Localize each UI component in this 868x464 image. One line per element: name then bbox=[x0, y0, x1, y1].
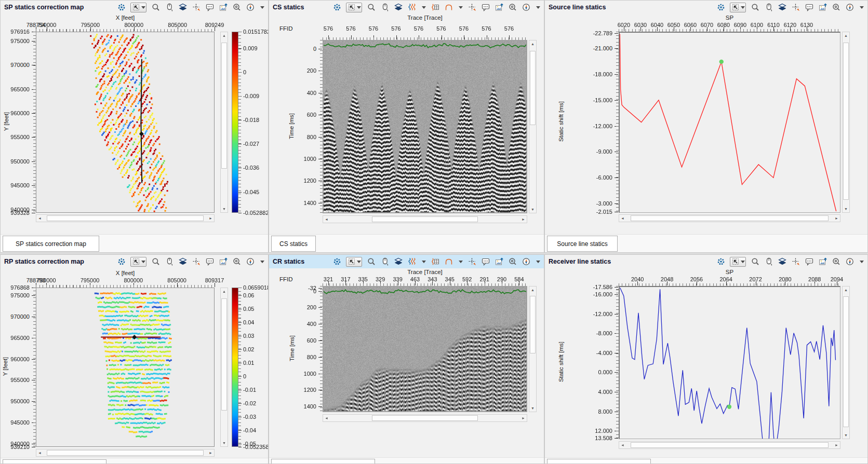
dropdown-caret-icon[interactable] bbox=[357, 261, 361, 263]
layers-icon[interactable] bbox=[778, 3, 786, 12]
export-image-icon[interactable] bbox=[818, 3, 827, 12]
rp_statics_correction_map-plot[interactable] bbox=[36, 288, 215, 447]
zoom-icon[interactable] bbox=[751, 3, 759, 12]
zoom-scale-icon[interactable] bbox=[832, 3, 840, 12]
annotation-icon[interactable] bbox=[481, 3, 490, 12]
tab-cr-statics[interactable] bbox=[271, 459, 375, 464]
zoom-scale-icon[interactable] bbox=[508, 257, 517, 266]
scrollbar-arrow-icon[interactable]: ► bbox=[207, 215, 214, 222]
selection-mode-button[interactable] bbox=[130, 257, 146, 267]
zoom-icon[interactable] bbox=[151, 3, 160, 12]
settings-icon[interactable] bbox=[117, 257, 126, 266]
dropdown-caret-icon[interactable] bbox=[536, 261, 540, 263]
scrollbar-arrow-icon[interactable]: ► bbox=[520, 216, 527, 223]
scrollbar-arrow-icon[interactable]: ▼ bbox=[843, 206, 849, 212]
dropdown-caret-icon[interactable] bbox=[260, 261, 264, 263]
scrollbar-arrow-icon[interactable]: ▼ bbox=[529, 405, 536, 412]
gain-curve-icon[interactable] bbox=[444, 257, 453, 266]
dropdown-caret-icon[interactable] bbox=[422, 261, 426, 263]
compass-icon[interactable] bbox=[246, 3, 255, 12]
dropdown-caret-icon[interactable] bbox=[741, 261, 745, 263]
layers-icon[interactable] bbox=[394, 257, 403, 266]
zoom-scale-icon[interactable] bbox=[832, 257, 840, 266]
probe-crosshair-icon[interactable] bbox=[468, 257, 476, 266]
scrollbar-arrow-icon[interactable]: ▼ bbox=[221, 440, 228, 446]
dropdown-caret-icon[interactable] bbox=[459, 6, 463, 9]
zoom-scale-icon[interactable] bbox=[232, 3, 241, 12]
scrollbar-horizontal[interactable]: ◄► bbox=[36, 214, 215, 222]
zoom-scale-icon[interactable] bbox=[508, 3, 517, 12]
layers-icon[interactable] bbox=[178, 257, 187, 266]
annotation-icon[interactable] bbox=[805, 257, 813, 266]
receiver_line_statics-plot[interactable] bbox=[619, 286, 840, 439]
dropdown-caret-icon[interactable] bbox=[860, 6, 864, 9]
selection-mode-icon[interactable] bbox=[731, 257, 740, 266]
layers-icon[interactable] bbox=[178, 3, 187, 12]
selection-mode-button[interactable] bbox=[346, 257, 362, 267]
export-image-icon[interactable] bbox=[219, 3, 228, 12]
scrollbar-arrow-icon[interactable]: ▼ bbox=[221, 206, 228, 212]
scrollbar-arrow-icon[interactable]: ► bbox=[833, 215, 840, 222]
probe-crosshair-icon[interactable] bbox=[791, 257, 800, 266]
tab-sp-statics-correction-map[interactable]: SP statics correction map bbox=[3, 236, 99, 252]
selection-mode-icon[interactable] bbox=[347, 3, 356, 12]
pan-tool-icon[interactable] bbox=[380, 3, 389, 12]
scrollbar-vertical[interactable]: ▲▼ bbox=[220, 288, 228, 447]
compass-icon[interactable] bbox=[845, 3, 854, 12]
pan-tool-icon[interactable] bbox=[764, 257, 773, 266]
scrollbar-arrow-icon[interactable]: ◄ bbox=[619, 215, 626, 222]
layers-icon[interactable] bbox=[394, 3, 403, 12]
gain-curve-icon[interactable] bbox=[444, 3, 453, 12]
scrollbar-arrow-icon[interactable]: ► bbox=[207, 449, 214, 456]
dropdown-caret-icon[interactable] bbox=[141, 261, 145, 263]
settings-icon[interactable] bbox=[716, 257, 725, 266]
selection-mode-button[interactable] bbox=[730, 257, 746, 267]
scrollbar-arrow-icon[interactable]: ▲ bbox=[843, 286, 849, 293]
zoom-icon[interactable] bbox=[367, 3, 376, 12]
compass-icon[interactable] bbox=[246, 257, 255, 266]
zoom-icon[interactable] bbox=[367, 257, 376, 266]
source_line_statics-plot[interactable] bbox=[619, 32, 840, 213]
pan-tool-icon[interactable] bbox=[380, 257, 389, 266]
settings-icon[interactable] bbox=[332, 257, 341, 266]
compass-icon[interactable] bbox=[522, 3, 530, 12]
scrollbar-horizontal[interactable]: ◄► bbox=[36, 449, 215, 457]
tab-cs-statics[interactable]: CS statics bbox=[271, 236, 316, 252]
map-canvas[interactable] bbox=[36, 288, 214, 446]
seismic-canvas[interactable] bbox=[324, 41, 526, 212]
scrollbar-arrow-icon[interactable]: ◄ bbox=[323, 415, 330, 421]
scrollbar-horizontal[interactable]: ◄► bbox=[323, 215, 527, 223]
compass-icon[interactable] bbox=[522, 257, 530, 266]
scrollbar-vertical[interactable]: ▲▼ bbox=[220, 32, 228, 213]
selection-mode-button[interactable] bbox=[730, 3, 746, 12]
pan-tool-icon[interactable] bbox=[165, 3, 173, 12]
trace-display-icon[interactable] bbox=[407, 3, 416, 12]
seismic-canvas[interactable] bbox=[324, 287, 526, 411]
cs_statics-plot[interactable] bbox=[323, 40, 527, 213]
selection-mode-button[interactable] bbox=[130, 3, 146, 12]
sp_statics_correction_map-plot[interactable] bbox=[36, 32, 215, 213]
dropdown-caret-icon[interactable] bbox=[141, 6, 145, 9]
tab-rp-statics-correction-map[interactable] bbox=[3, 459, 106, 464]
settings-icon[interactable] bbox=[332, 3, 341, 12]
zoom-icon[interactable] bbox=[151, 257, 160, 266]
annotation-icon[interactable] bbox=[205, 257, 214, 266]
scrollbar-horizontal[interactable]: ◄► bbox=[323, 414, 527, 422]
scrollbar-arrow-icon[interactable]: ▼ bbox=[529, 206, 536, 213]
compass-icon[interactable] bbox=[845, 257, 854, 266]
scrollbar-arrow-icon[interactable]: ► bbox=[833, 442, 840, 448]
spreadsheet-view-icon[interactable] bbox=[431, 3, 439, 12]
map-canvas[interactable] bbox=[36, 32, 214, 212]
scrollbar-vertical[interactable]: ▲▼ bbox=[842, 32, 850, 213]
scrollbar-horizontal[interactable]: ◄► bbox=[619, 214, 840, 222]
scrollbar-vertical[interactable]: ▲▼ bbox=[529, 286, 537, 412]
dropdown-caret-icon[interactable] bbox=[536, 6, 540, 9]
dropdown-caret-icon[interactable] bbox=[459, 261, 463, 263]
probe-crosshair-icon[interactable] bbox=[192, 3, 201, 12]
export-image-icon[interactable] bbox=[495, 257, 503, 266]
scrollbar-arrow-icon[interactable]: ◄ bbox=[323, 216, 330, 223]
scrollbar-arrow-icon[interactable]: ► bbox=[520, 415, 527, 421]
scrollbar-vertical[interactable]: ▲▼ bbox=[842, 286, 850, 439]
scrollbar-arrow-icon[interactable]: ◄ bbox=[36, 215, 43, 222]
annotation-icon[interactable] bbox=[481, 257, 490, 266]
